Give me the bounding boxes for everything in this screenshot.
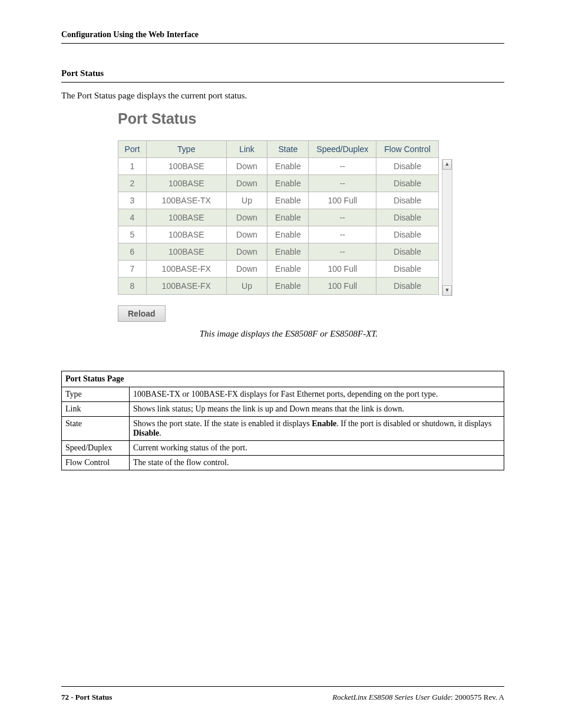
table-row: 7100BASE-FXDownEnable100 FullDisable [118,261,439,278]
cell-port: 6 [118,243,147,261]
cell-link: Down [226,226,267,243]
cell-port: 2 [118,175,147,192]
scrollbar[interactable]: ▲ ▼ [442,159,452,296]
desc-row: Flow ControlThe state of the flow contro… [62,456,504,470]
col-type: Type [146,141,226,158]
page-header: Configuration Using the Web Interface [61,29,504,44]
cell-type: 100BASE-FX [146,278,226,295]
desc-row: LinkShows link status; Up means the link… [62,402,504,417]
port-status-table: Port Type Link State Speed/Duplex Flow C… [118,140,439,295]
col-flow: Flow Control [376,141,439,158]
cell-type: 100BASE [146,175,226,192]
cell-type: 100BASE [146,243,226,261]
cell-link: Up [226,192,267,209]
cell-state: Enable [267,192,309,209]
cell-flow: Disable [376,243,439,261]
desc-text: 100BASE-TX or 100BASE-FX displays for Fa… [130,387,504,402]
cell-flow: Disable [376,278,439,295]
cell-port: 4 [118,209,147,226]
cell-flow: Disable [376,175,439,192]
col-state: State [267,141,309,158]
desc-label: Flow Control [62,456,130,470]
section-title-wrap: Port Status [61,68,504,83]
table-row: 8100BASE-FXUpEnable100 FullDisable [118,278,439,295]
table-header-row: Port Type Link State Speed/Duplex Flow C… [118,141,439,158]
footer-right: RocketLinx ES8508 Series User Guide: 200… [332,693,504,702]
cell-speed: -- [309,243,376,261]
cell-type: 100BASE-FX [146,261,226,278]
cell-speed: 100 Full [309,261,376,278]
cell-speed: -- [309,226,376,243]
table-row: 2100BASEDownEnable--Disable [118,175,439,192]
cell-state: Enable [267,278,309,295]
footer-page: 72 [61,693,69,701]
cell-flow: Disable [376,209,439,226]
footer-left: 72 - Port Status [61,693,112,702]
cell-type: 100BASE [146,158,226,175]
desc-label: Link [62,402,130,417]
section-intro: The Port Status page displays the curren… [61,91,504,101]
cell-port: 1 [118,158,147,175]
table-row: 4100BASEDownEnable--Disable [118,209,439,226]
cell-speed: -- [309,158,376,175]
section-title: Port Status [61,68,104,78]
desc-row: Type100BASE-TX or 100BASE-FX displays fo… [62,387,504,402]
desc-header-row: Port Status Page [62,371,504,387]
col-link: Link [226,141,267,158]
desc-row: StateShows the port state. If the state … [62,417,504,441]
table-row: 1100BASEDownEnable--Disable [118,158,439,175]
cell-speed: 100 Full [309,192,376,209]
cell-state: Enable [267,175,309,192]
scroll-down-button[interactable]: ▼ [442,285,452,296]
cell-type: 100BASE [146,226,226,243]
cell-type: 100BASE [146,209,226,226]
cell-link: Up [226,278,267,295]
desc-text: The state of the flow control. [130,456,504,470]
desc-text: Current working status of the port. [130,441,504,456]
footer-product: RocketLinx ES8508 Series User Guide [332,693,451,701]
cell-state: Enable [267,226,309,243]
footer-docnum: 2000575 Rev. A [455,693,504,701]
cell-port: 8 [118,278,147,295]
screenshot-heading: Port Status [118,110,459,127]
table-row: 6100BASEDownEnable--Disable [118,243,439,261]
cell-speed: -- [309,209,376,226]
scroll-up-button[interactable]: ▲ [442,159,452,170]
table-row: 3100BASE-TXUpEnable100 FullDisable [118,192,439,209]
description-table: Port Status Page Type100BASE-TX or 100BA… [61,371,504,470]
cell-link: Down [226,175,267,192]
page-header-title: Configuration Using the Web Interface [61,30,199,39]
cell-state: Enable [267,261,309,278]
screenshot-caption: This image displays the ES8508F or ES850… [118,329,459,339]
col-speed: Speed/Duplex [309,141,376,158]
cell-state: Enable [267,158,309,175]
cell-port: 3 [118,192,147,209]
desc-label: Type [62,387,130,402]
table-row: 5100BASEDownEnable--Disable [118,226,439,243]
footer-section: Port Status [75,693,112,701]
cell-flow: Disable [376,192,439,209]
cell-link: Down [226,158,267,175]
cell-port: 7 [118,261,147,278]
screenshot: Port Status Port Type Link State Speed/D… [118,110,459,339]
desc-table-title: Port Status Page [62,371,504,387]
cell-link: Down [226,243,267,261]
cell-link: Down [226,209,267,226]
desc-row: Speed/DuplexCurrent working status of th… [62,441,504,456]
desc-label: State [62,417,130,441]
cell-flow: Disable [376,158,439,175]
cell-flow: Disable [376,226,439,243]
reload-button[interactable]: Reload [118,305,166,322]
desc-label: Speed/Duplex [62,441,130,456]
desc-text: Shows link status; Up means the link is … [130,402,504,417]
cell-type: 100BASE-TX [146,192,226,209]
page-footer: 72 - Port Status RocketLinx ES8508 Serie… [61,686,504,702]
cell-state: Enable [267,243,309,261]
col-port: Port [118,141,147,158]
cell-state: Enable [267,209,309,226]
cell-port: 5 [118,226,147,243]
desc-text: Shows the port state. If the state is en… [130,417,504,441]
cell-speed: -- [309,175,376,192]
port-table-wrap: Port Type Link State Speed/Duplex Flow C… [118,140,459,295]
cell-flow: Disable [376,261,439,278]
